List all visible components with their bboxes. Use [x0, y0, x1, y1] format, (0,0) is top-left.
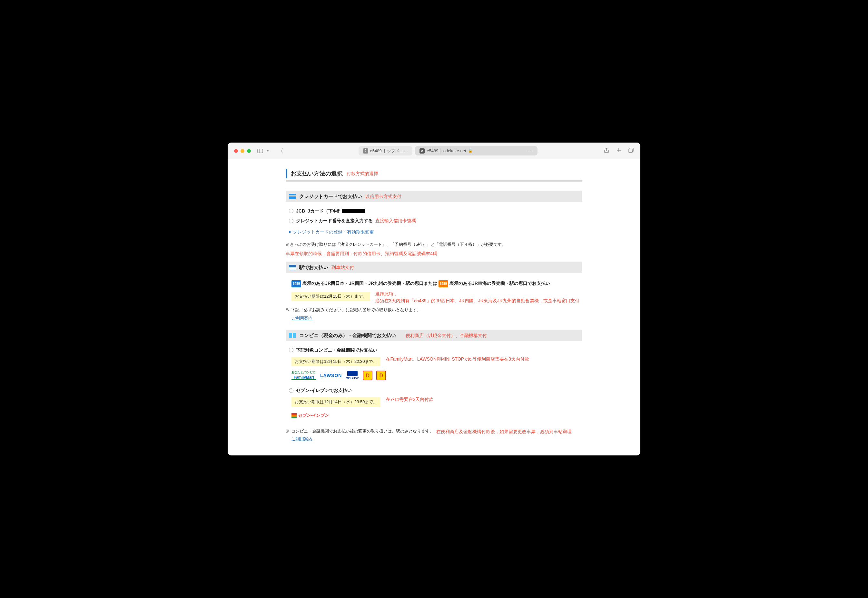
daily-yamazaki-logo: D: [363, 371, 373, 380]
footer-note-annotation: 在便利商店及金融機構付款後，如果需要更改車票，必須到車站辦理: [436, 428, 572, 435]
title-underline: [286, 180, 582, 182]
station-deadline-row: お支払い期限は12月15日（木）まで。 選擇此項， 必須在3天內到有「e5489…: [286, 290, 582, 304]
lawson-logo: LAWSON: [320, 371, 342, 380]
badge-5489-orange: 5489: [438, 280, 448, 287]
tab-active[interactable]: ✕ e5489.jr-odekake.net 🔒 ⋯: [415, 146, 537, 155]
station-description: 5489 表示のあるJR西日本・JR四国・JR九州の券売機・駅の窓口または 54…: [286, 277, 582, 290]
seven-stripes-icon: [291, 413, 297, 419]
credit-card-note-annotation: 車票在領取的時候，會需要用到：付款的信用卡、預約號碼及電話號碼末4碼: [286, 250, 582, 257]
redacted-digits: [342, 209, 365, 213]
store-logos: あなたと,コンビに, FamilyMart LAWSON MINI STOP D…: [286, 368, 582, 386]
radio-annotation: 直接輸入信用卡號碼: [375, 217, 416, 224]
convenience-guide-link[interactable]: ご利用案内: [291, 436, 582, 443]
favicon-j-icon: J: [363, 148, 368, 154]
page-content: お支払い方法の選択 付款方式的選擇 クレジットカードでお支払い 以信用卡方式支付…: [228, 159, 640, 456]
share-icon[interactable]: [604, 147, 609, 154]
tabs-area: J e5489 トップメニ… ✕ e5489.jr-odekake.net 🔒 …: [308, 146, 588, 155]
radio-icon: [289, 388, 294, 393]
back-button[interactable]: 〈: [275, 147, 286, 155]
minimize-window-button[interactable]: [240, 149, 245, 153]
daily-store-logo: D: [376, 371, 386, 380]
familymart-logo: あなたと,コンビに, FamilyMart: [291, 371, 316, 380]
browser-window: ▾ 〈 J e5489 トップメニ… ✕ e5489.jr-odekake.ne…: [228, 142, 640, 456]
page-title: お支払い方法の選択: [291, 169, 343, 178]
tab-label: e5489.jr-odekake.net: [427, 148, 466, 153]
convenience-deadline1: お支払い期限は12月15日（木）22:30まで。: [291, 357, 380, 366]
convenience-icon: [289, 333, 296, 338]
credit-card-link-row: ▶ クレジットカードの登録・有効期限変更: [286, 226, 582, 239]
radio-label: セブン-イレブンでお支払い: [296, 387, 352, 394]
credit-card-note: ※きっぷのお受け取りには「決済クレジットカード」、「予約番号（5桁）」と「電話番…: [286, 241, 582, 248]
traffic-lights: [234, 149, 251, 153]
radio-icon: [289, 219, 294, 223]
section-credit-card-header: クレジットカードでお支払い 以信用卡方式支付: [286, 191, 582, 202]
section-title: 駅でお支払い: [299, 263, 328, 271]
ministop-logo: MINI STOP: [346, 371, 359, 380]
lock-icon: 🔒: [468, 149, 473, 153]
section-annotation: 以信用卡方式支付: [365, 193, 401, 200]
station-annotation: 選擇此項， 必須在3天內到有「e5489」的JR西日本、JR四國、JR東海及JR…: [375, 290, 579, 304]
station-text-1: 表示のあるJR西日本・JR四国・JR九州の券売機・駅の窓口または: [303, 281, 437, 286]
convenience-deadline1-row: お支払い期限は12月15日（木）22:30まで。 在FamilyMart、LAW…: [286, 355, 582, 368]
section-title: コンビニ（現金のみ）・金融機関でお支払い: [299, 332, 396, 339]
chevron-down-icon[interactable]: ▾: [267, 149, 268, 152]
tab-label: e5489 トップメニ…: [370, 148, 408, 154]
page-title-annotation: 付款方式的選擇: [347, 170, 378, 177]
radio-label: クレジットカード番号を直接入力する: [296, 217, 373, 224]
page-title-row: お支払い方法の選択 付款方式的選擇: [286, 169, 582, 178]
radio-label: JCB_Jカード（下4桁: [296, 208, 340, 214]
tabs-overview-icon[interactable]: [628, 147, 634, 154]
radio-icon: [289, 348, 294, 352]
radio-label: 下記対象コンビニ・金融機関でお支払い: [296, 347, 377, 353]
svg-rect-5: [629, 149, 632, 152]
close-window-button[interactable]: [234, 149, 238, 153]
triangle-icon: ▶: [289, 229, 291, 235]
badge-5489-blue: 5489: [291, 280, 301, 287]
section-annotation: 到車站支付: [331, 264, 354, 271]
seven-eleven-logo: セブン-イレブン: [291, 411, 328, 420]
section-title: クレジットカードでお支払い: [299, 193, 362, 200]
radio-icon: [289, 209, 294, 213]
convenience-deadline2: お支払い期限は12月14日（水）23:59まで。: [291, 398, 380, 407]
radio-jcb-card[interactable]: JCB_Jカード（下4桁: [286, 206, 582, 216]
footer-note-jp: ※ コンビニ・金融機関でお支払い後の変更の取り扱いは、駅のみとなります。: [286, 428, 434, 435]
credit-card-icon: [289, 194, 296, 199]
station-note: ※ 下記「必ずお読みください」に記載の箇所での取り扱いとなります。: [286, 307, 582, 314]
register-card-link[interactable]: クレジットカードの登録・有効期限変更: [293, 228, 374, 235]
station-text-2: 表示のあるJR東海の券売機・駅の窓口でお支払い: [449, 281, 550, 286]
station-guide-link[interactable]: ご利用案内: [291, 315, 582, 322]
seven-eleven-logo-row: セブン-イレブン: [286, 409, 582, 425]
section-station-header: 駅でお支払い 到車站支付: [286, 262, 582, 273]
convenience-footer-note: ※ コンビニ・金融機関でお支払い後の変更の取り扱いは、駅のみとなります。 在便利…: [286, 428, 582, 435]
radio-direct-input[interactable]: クレジットカード番号を直接入力する 直接輸入信用卡號碼: [286, 216, 582, 226]
sidebar-toggle-icon[interactable]: [257, 148, 263, 154]
toolbar-right: [604, 147, 634, 154]
section-convenience-header: コンビニ（現金のみ）・金融機関でお支払い 便利商店（以現金支付）、金融機構支付: [286, 330, 582, 341]
section-annotation: 便利商店（以現金支付）、金融機構支付: [406, 332, 487, 339]
radio-seven-eleven[interactable]: セブン-イレブンでお支払い: [286, 386, 582, 395]
new-tab-icon[interactable]: [616, 147, 622, 154]
convenience-annotation1: 在FamilyMart、LAWSON與MINI STOP etc.等便利商店需要…: [386, 355, 529, 363]
tab-inactive[interactable]: J e5489 トップメニ…: [359, 146, 413, 155]
station-icon: [289, 265, 296, 270]
convenience-deadline2-row: お支払い期限は12月14日（水）23:59まで。 在7-11需要在2天內付款: [286, 395, 582, 409]
more-icon[interactable]: ⋯: [528, 148, 533, 154]
svg-rect-0: [258, 149, 263, 153]
radio-convenience-stores[interactable]: 下記対象コンビニ・金融機関でお支払い: [286, 345, 582, 355]
titlebar: ▾ 〈 J e5489 トップメニ… ✕ e5489.jr-odekake.ne…: [228, 142, 640, 159]
station-deadline: お支払い期限は12月15日（木）まで。: [291, 292, 370, 301]
favicon-x-icon: ✕: [419, 148, 425, 154]
convenience-annotation2: 在7-11需要在2天內付款: [386, 395, 433, 403]
maximize-window-button[interactable]: [247, 149, 251, 153]
